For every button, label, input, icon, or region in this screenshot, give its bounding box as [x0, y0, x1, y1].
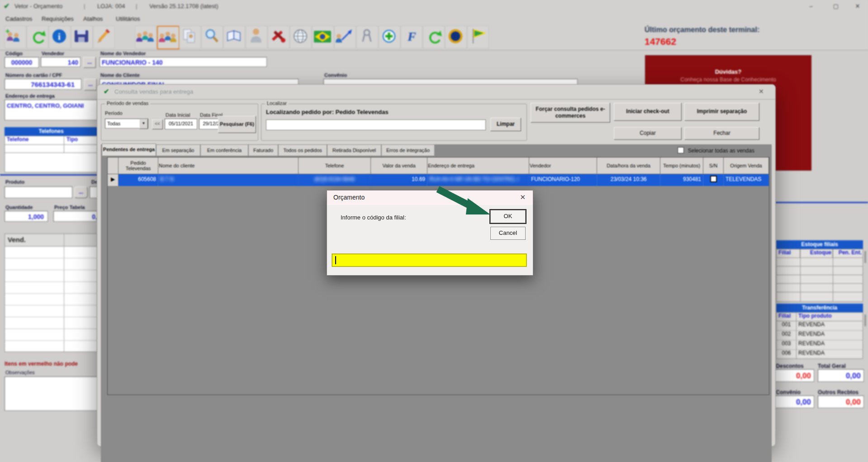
dialog-title-text: Orçamento [333, 194, 365, 201]
dialog-close-icon[interactable]: ✕ [520, 193, 526, 201]
screen: ✔ Vetor - Orçamento | LOJA: 004 | Versão… [0, 0, 868, 462]
filial-code-input[interactable] [332, 254, 526, 267]
annotation-arrow-icon [430, 185, 507, 230]
text-caret [335, 256, 336, 264]
dialog-message: Informe o código da filial: [341, 214, 406, 221]
dialog-layer: Orçamento ✕ Informe o código da filial: … [0, 0, 868, 462]
